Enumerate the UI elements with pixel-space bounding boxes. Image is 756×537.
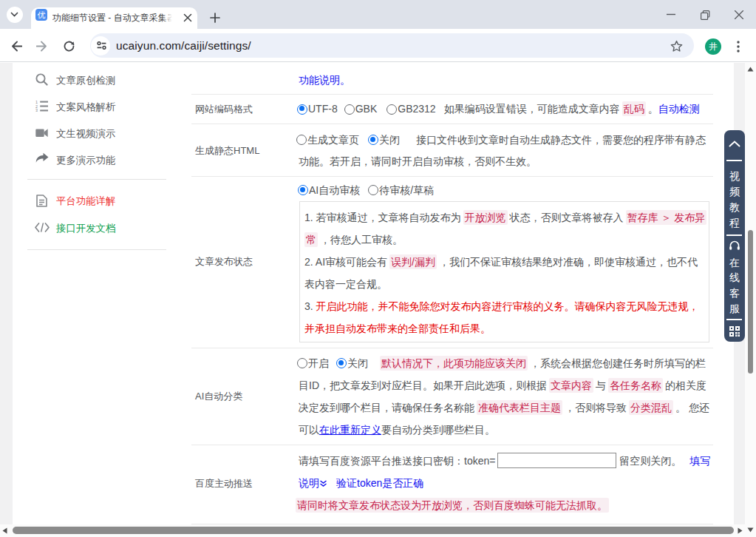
svg-text:3: 3 — [35, 108, 38, 112]
